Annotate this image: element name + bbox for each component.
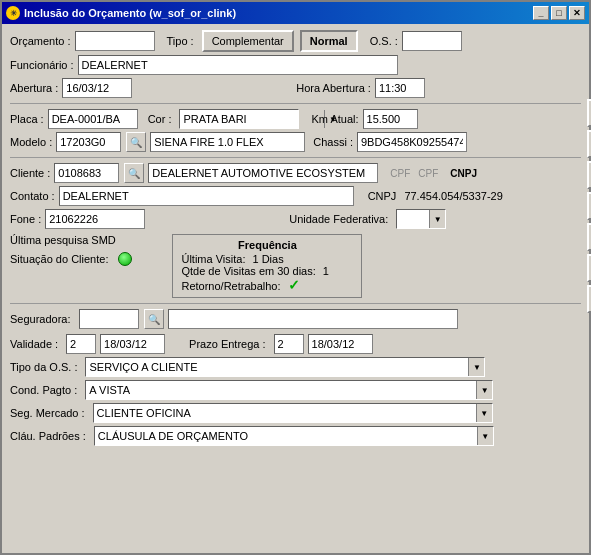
title-bar-left: ☀ Inclusão do Orçamento (w_sof_or_clink) xyxy=(6,6,236,20)
seguradora-code-input[interactable] xyxy=(79,309,139,329)
toolbar-btn-1[interactable]: 🖨 xyxy=(587,99,591,127)
toolbar-btn-6[interactable]: 📊 xyxy=(587,254,591,282)
cor-combo[interactable]: ▼ xyxy=(179,109,299,129)
toolbar-btn-5[interactable]: 🚗 xyxy=(587,223,591,251)
row-orcamento: Orçamento : Tipo : Complementar Normal O… xyxy=(10,30,581,52)
modelo-desc-input[interactable] xyxy=(150,132,305,152)
os-input[interactable] xyxy=(402,31,462,51)
ultima-visita-value: 1 Dias xyxy=(253,253,284,265)
retorno-row: Retorno/Retrabalho: ✓ xyxy=(181,277,353,293)
validade-date-input[interactable] xyxy=(100,334,165,354)
validade-num-input[interactable] xyxy=(66,334,96,354)
tipo-os-label: Tipo da O.S. : xyxy=(10,361,77,373)
cor-input[interactable] xyxy=(180,110,324,128)
cond-pagto-input[interactable] xyxy=(86,381,476,399)
unidade-fed-input[interactable] xyxy=(397,210,429,228)
right-toolbar: 🖨 💾 ℹ 📂 🚗 📊 ✕ xyxy=(587,99,591,313)
unidade-fed-combo[interactable]: ▼ xyxy=(396,209,446,229)
cond-pagto-arrow[interactable]: ▼ xyxy=(476,381,492,399)
chassi-input[interactable] xyxy=(357,132,467,152)
cliente-search-btn[interactable]: 🔍 xyxy=(124,163,144,183)
prazo-num-input[interactable] xyxy=(274,334,304,354)
frequencia-box: Frequência Última Visita: 1 Dias Qtde de… xyxy=(172,234,362,298)
qtde-visitas-label: Qtde de Visitas em 30 dias: xyxy=(181,265,315,277)
maximize-button[interactable]: □ xyxy=(551,6,567,20)
contato-input[interactable] xyxy=(59,186,354,206)
divider-3 xyxy=(10,303,581,304)
abertura-input[interactable] xyxy=(62,78,132,98)
tipo-os-input[interactable] xyxy=(86,358,468,376)
situacao-label: Situação do Cliente: xyxy=(10,253,108,265)
modelo-search-btn[interactable]: 🔍 xyxy=(126,132,146,152)
divider-2 xyxy=(10,157,581,158)
hora-abertura-input[interactable] xyxy=(375,78,425,98)
main-window: ☀ Inclusão do Orçamento (w_sof_or_clink)… xyxy=(0,0,591,555)
fone-input[interactable] xyxy=(45,209,145,229)
modelo-label: Modelo : xyxy=(10,136,52,148)
fone-label: Fone : xyxy=(10,213,41,225)
row-modelo: Modelo : 🔍 Chassi : xyxy=(10,132,581,152)
cliente-label: Cliente : xyxy=(10,167,50,179)
cliente-name-input[interactable] xyxy=(148,163,378,183)
seg-mercado-label: Seg. Mercado : xyxy=(10,407,85,419)
frequencia-title: Frequência xyxy=(181,239,353,251)
seguradora-name-input[interactable] xyxy=(168,309,458,329)
seguradora-search-btn[interactable]: 🔍 xyxy=(144,309,164,329)
clau-padroes-label: Cláu. Padrões : xyxy=(10,430,86,442)
row-fone: Fone : Unidade Federativa: ▼ xyxy=(10,209,581,229)
ultima-visita-row: Última Visita: 1 Dias xyxy=(181,253,353,265)
tipo-os-combo[interactable]: ▼ xyxy=(85,357,485,377)
row-clau-padroes: Cláu. Padrões : ▼ xyxy=(10,426,581,446)
situacao-indicator xyxy=(118,252,132,266)
toolbar-btn-close[interactable]: ✕ xyxy=(587,285,591,313)
contato-label: Contato : xyxy=(10,190,55,202)
qtde-visitas-row: Qtde de Visitas em 30 dias: 1 xyxy=(181,265,353,277)
km-atual-label: Km Atual: xyxy=(311,113,358,125)
seg-mercado-input[interactable] xyxy=(94,404,476,422)
prazo-label: Prazo Entrega : xyxy=(189,338,265,350)
km-atual-input[interactable] xyxy=(363,109,418,129)
clau-padroes-arrow[interactable]: ▼ xyxy=(477,427,493,445)
normal-button[interactable]: Normal xyxy=(300,30,358,52)
os-label: O.S. : xyxy=(370,35,398,47)
minimize-button[interactable]: _ xyxy=(533,6,549,20)
title-bar: ☀ Inclusão do Orçamento (w_sof_or_clink)… xyxy=(2,2,589,24)
cond-pagto-label: Cond. Pagto : xyxy=(10,384,77,396)
orcamento-label: Orçamento : xyxy=(10,35,71,47)
row-tipo-os: Tipo da O.S. : ▼ xyxy=(10,357,581,377)
window-title: Inclusão do Orçamento (w_sof_or_clink) xyxy=(24,7,236,19)
close-button[interactable]: ✕ xyxy=(569,6,585,20)
toolbar-btn-4[interactable]: 📂 xyxy=(587,192,591,220)
cnpj-separator: CNPJ xyxy=(450,168,477,179)
tipo-label: Tipo : xyxy=(167,35,194,47)
row-smd: Última pesquisa SMD Situação do Cliente:… xyxy=(10,234,581,298)
ultima-pesquisa-label: Última pesquisa SMD xyxy=(10,234,116,246)
placa-input[interactable] xyxy=(48,109,138,129)
unidade-fed-arrow[interactable]: ▼ xyxy=(429,210,445,228)
toolbar-btn-2[interactable]: 💾 xyxy=(587,130,591,158)
form-content: Orçamento : Tipo : Complementar Normal O… xyxy=(2,24,589,553)
hora-abertura-label: Hora Abertura : xyxy=(296,82,371,94)
row-cond-pagto: Cond. Pagto : ▼ xyxy=(10,380,581,400)
cpf-separator: CPF xyxy=(418,168,438,179)
cond-pagto-combo[interactable]: ▼ xyxy=(85,380,493,400)
row-funcionario: Funcionário : xyxy=(10,55,581,75)
retorno-checkmark: ✓ xyxy=(288,277,300,293)
funcionario-input[interactable] xyxy=(78,55,398,75)
clau-padroes-combo[interactable]: ▼ xyxy=(94,426,494,446)
row-validade: Validade : Prazo Entrega : xyxy=(10,334,581,354)
orcamento-input[interactable] xyxy=(75,31,155,51)
toolbar-btn-3[interactable]: ℹ xyxy=(587,161,591,189)
modelo-code-input[interactable] xyxy=(56,132,121,152)
unidade-fed-label: Unidade Federativa: xyxy=(289,213,388,225)
title-buttons[interactable]: _ □ ✕ xyxy=(533,6,585,20)
row-contato: Contato : CNPJ 77.454.054/5337-29 xyxy=(10,186,581,206)
seg-mercado-combo[interactable]: ▼ xyxy=(93,403,493,423)
clau-padroes-input[interactable] xyxy=(95,427,477,445)
seg-mercado-arrow[interactable]: ▼ xyxy=(476,404,492,422)
tipo-os-arrow[interactable]: ▼ xyxy=(468,358,484,376)
prazo-date-input[interactable] xyxy=(308,334,373,354)
cliente-code-input[interactable] xyxy=(54,163,119,183)
complementar-button[interactable]: Complementar xyxy=(202,30,294,52)
placa-label: Placa : xyxy=(10,113,44,125)
